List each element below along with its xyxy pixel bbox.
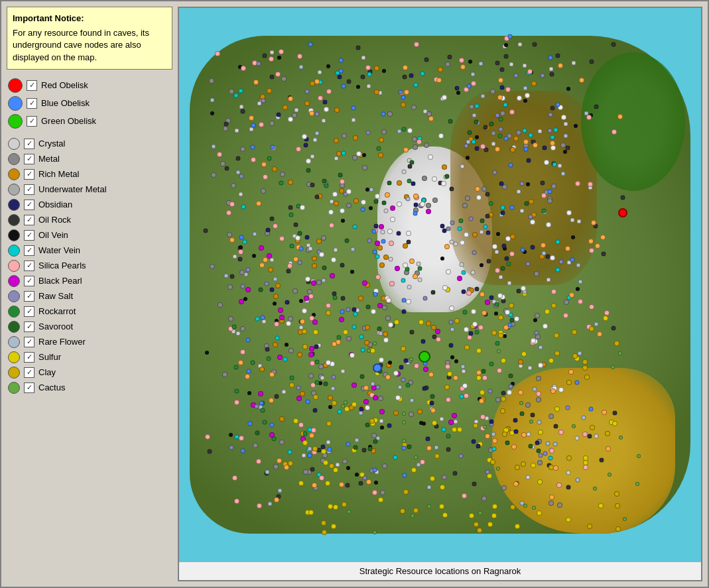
checkbox-green-obelisk[interactable]: ✓ [27,116,37,127]
legend-item-red-obelisk[interactable]: ✓Red Obelisk [7,78,172,93]
legend-label-silica-pearls: Silica Pearls [38,261,86,270]
checkbox-clay[interactable]: ✓ [24,367,34,378]
color-dot-oil-vein [8,229,20,241]
legend-item-obsidian[interactable]: ✓Obsidian [7,198,172,211]
checkbox-oil-vein[interactable]: ✓ [24,230,34,241]
terrain-brown [450,91,596,284]
color-dot-savoroot [8,321,20,333]
checkbox-underwater-metal[interactable]: ✓ [24,184,34,195]
legend-label-black-pearl: Black Pearl [38,276,82,286]
legend-item-black-pearl[interactable]: ✓Black Pearl [7,274,172,288]
legend-item-water-vein[interactable]: ✓Water Vein [7,244,172,257]
checkbox-oil-rock[interactable]: ✓ [24,215,34,225]
legend-item-metal[interactable]: ✓Metal [7,152,172,166]
color-dot-silica-pearls [8,260,20,272]
checkbox-cactus[interactable]: ✓ [24,382,34,393]
map-area[interactable] [179,8,701,561]
color-dot-raw-salt [8,290,20,302]
legend-item-rockarrot[interactable]: ✓Rockarrot [7,305,172,318]
checkbox-sulfur[interactable]: ✓ [24,352,34,363]
color-dot-black-pearl [8,275,20,287]
notice-box: Important Notice: For any resource found… [7,7,172,70]
color-dot-rich-metal [8,168,20,180]
legend-label-red-obelisk: Red Obelisk [41,80,88,90]
color-dot-cactus [8,382,20,394]
notice-title: Important Notice: [13,13,166,25]
color-dot-sulfur [8,351,20,363]
legend-label-water-vein: Water Vein [38,245,80,255]
legend-item-cactus[interactable]: ✓Cactus [7,381,172,394]
color-dot-oil-rock [8,214,20,226]
checkbox-raw-salt[interactable]: ✓ [24,291,34,302]
checkbox-silica-pearls[interactable]: ✓ [24,261,34,271]
legend-item-blue-obelisk[interactable]: ✓Blue Obelisk [7,95,172,111]
color-dot-metal [8,153,20,165]
legend-item-underwater-metal[interactable]: ✓Underwater Metal [7,183,172,196]
color-dot-underwater-metal [8,184,20,196]
checkbox-rockarrot[interactable]: ✓ [24,306,34,317]
color-dot-rockarrot [8,306,20,318]
legend-label-metal: Metal [38,154,60,164]
legend-label-crystal: Crystal [38,139,65,148]
legend-label-clay: Clay [38,367,56,377]
color-dot-green-obelisk [8,114,23,129]
legend-label-cactus: Cactus [38,382,65,392]
legend-item-raw-salt[interactable]: ✓Raw Salt [7,290,172,303]
legend-item-savoroot[interactable]: ✓Savoroot [7,320,172,333]
legend-item-crystal[interactable]: ✓Crystal [7,137,172,150]
legend-item-green-obelisk[interactable]: ✓Green Obelisk [7,113,172,129]
map-caption: Strategic Resource locations on Ragnarok [179,561,701,580]
color-dot-clay [8,367,20,379]
checkbox-rare-flower[interactable]: ✓ [24,337,34,347]
main-container: Important Notice: For any resource found… [0,0,709,588]
legend-item-silica-pearls[interactable]: ✓Silica Pearls [7,259,172,272]
map-container: Strategic Resource locations on Ragnarok [178,7,702,581]
legend-label-sulfur: Sulfur [38,352,61,362]
checkbox-rich-metal[interactable]: ✓ [24,169,34,180]
legend-items: ✓Red Obelisk✓Blue Obelisk✓Green Obelisk✓… [7,78,172,394]
legend-label-blue-obelisk: Blue Obelisk [41,98,90,108]
legend-item-rich-metal[interactable]: ✓Rich Metal [7,168,172,181]
color-dot-rare-flower [8,336,20,348]
legend-label-raw-salt: Raw Salt [38,291,73,301]
legend-label-underwater-metal: Underwater Metal [38,184,107,194]
checkbox-water-vein[interactable]: ✓ [24,245,34,256]
color-dot-crystal [8,138,20,150]
checkbox-black-pearl[interactable]: ✓ [24,276,34,286]
legend-label-rich-metal: Rich Metal [38,169,79,179]
checkbox-savoroot[interactable]: ✓ [24,322,34,332]
legend-label-green-obelisk: Green Obelisk [41,116,96,126]
terrain-green2 [581,52,685,191]
legend-item-rare-flower[interactable]: ✓Rare Flower [7,335,172,349]
checkbox-blue-obelisk[interactable]: ✓ [27,98,37,109]
legend-item-oil-rock[interactable]: ✓Oil Rock [7,213,172,227]
legend-label-obsidian: Obsidian [38,200,72,209]
legend-label-rare-flower: Rare Flower [38,337,86,347]
legend-label-oil-rock: Oil Rock [38,215,71,225]
legend-item-sulfur[interactable]: ✓Sulfur [7,351,172,364]
checkbox-metal[interactable]: ✓ [24,154,34,164]
color-dot-blue-obelisk [8,96,23,111]
color-dot-water-vein [8,245,20,257]
notice-text: For any resource found in caves, its und… [13,27,166,64]
color-dot-obsidian [8,199,20,211]
sidebar: Important Notice: For any resource found… [7,7,172,581]
legend-label-oil-vein: Oil Vein [38,230,68,240]
legend-label-savoroot: Savoroot [38,322,73,331]
checkbox-crystal[interactable]: ✓ [24,139,34,149]
color-dot-red-obelisk [8,78,23,93]
checkbox-red-obelisk[interactable]: ✓ [27,80,37,91]
legend-item-clay[interactable]: ✓Clay [7,366,172,379]
terrain-yellow [492,368,675,534]
legend-item-oil-vein[interactable]: ✓Oil Vein [7,229,172,242]
checkbox-obsidian[interactable]: ✓ [24,200,34,210]
legend-label-rockarrot: Rockarrot [38,306,76,316]
